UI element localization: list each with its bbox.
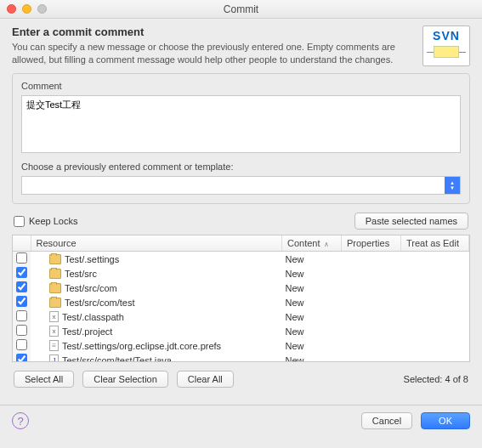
folder-icon: [49, 269, 61, 279]
keep-locks-label: Keep Locks: [29, 216, 77, 226]
table-row[interactable]: Test/.classpathNew: [13, 309, 469, 324]
template-combo[interactable]: ▲▼: [21, 176, 461, 195]
folder-icon: [49, 298, 61, 308]
row-checkbox[interactable]: [16, 354, 27, 362]
row-checkbox[interactable]: [16, 252, 27, 264]
comment-label: Comment: [21, 81, 461, 91]
resource-name: Test/.project: [62, 326, 112, 337]
row-checkbox[interactable]: [16, 339, 27, 350]
row-checkbox[interactable]: [16, 267, 27, 278]
file-x-icon: [49, 311, 59, 322]
table-row[interactable]: Test/src/comNew: [13, 281, 469, 295]
selected-status: Selected: 4 of 8: [404, 374, 468, 384]
dropdown-icon[interactable]: ▲▼: [445, 177, 460, 194]
file-j-icon: [49, 354, 59, 362]
content-cell: New: [282, 252, 342, 267]
table-row[interactable]: Test/src/com/testNew: [13, 295, 469, 309]
table-row[interactable]: Test/.settingsNew: [13, 252, 469, 267]
page-description: You can specify a new message or choose …: [12, 41, 412, 66]
content-cell: New: [282, 324, 342, 338]
col-treat[interactable]: Treat as Edit: [401, 235, 469, 252]
content-cell: New: [282, 309, 342, 324]
choose-label: Choose a previously entered comment or t…: [21, 162, 461, 172]
svn-logo-text: SVN: [433, 29, 460, 43]
file-t-icon: [49, 340, 59, 351]
row-checkbox[interactable]: [16, 281, 27, 292]
keep-locks-input[interactable]: [14, 216, 25, 227]
resource-name: Test/.settings/org.eclipse.jdt.core.pref…: [62, 341, 221, 351]
folder-icon: [49, 254, 61, 264]
ok-button[interactable]: OK: [421, 412, 470, 429]
keep-locks-checkbox[interactable]: Keep Locks: [14, 216, 77, 227]
help-icon[interactable]: ?: [12, 412, 29, 429]
resource-name: Test/src/com/test/Test.java: [62, 355, 172, 363]
resource-name: Test/src: [65, 269, 97, 279]
resource-name: Test/src/com/test: [65, 298, 135, 308]
paste-names-button[interactable]: Paste selected names: [354, 213, 468, 230]
folder-icon: [49, 283, 61, 293]
template-input[interactable]: [22, 177, 445, 194]
window-title: Commit: [0, 3, 482, 15]
content-cell: New: [282, 338, 342, 353]
row-checkbox[interactable]: [16, 325, 27, 336]
table-row[interactable]: Test/src/com/test/Test.javaNew: [13, 353, 469, 362]
content-cell: New: [282, 266, 342, 281]
content-cell: New: [282, 281, 342, 295]
file-x-icon: [49, 326, 59, 337]
table-row[interactable]: Test/.projectNew: [13, 324, 469, 338]
clear-selection-button[interactable]: Clear Selection: [82, 371, 168, 388]
col-properties[interactable]: Properties: [342, 235, 401, 252]
col-content[interactable]: Content: [282, 235, 342, 252]
table-row[interactable]: Test/srcNew: [13, 266, 469, 281]
titlebar: Commit: [0, 0, 482, 19]
page-title: Enter a commit comment: [12, 26, 412, 38]
clear-all-button[interactable]: Clear All: [177, 371, 234, 388]
table-row[interactable]: Test/.settings/org.eclipse.jdt.core.pref…: [13, 338, 469, 353]
comment-textarea[interactable]: [21, 95, 461, 153]
resource-table: Resource Content Properties Treat as Edi…: [13, 235, 469, 362]
resource-name: Test/.settings: [65, 254, 119, 264]
row-checkbox[interactable]: [16, 310, 27, 321]
svn-logo: SVN: [422, 26, 470, 66]
resource-name: Test/.classpath: [62, 312, 124, 322]
col-resource[interactable]: Resource: [31, 235, 282, 252]
content-cell: New: [282, 295, 342, 309]
select-all-button[interactable]: Select All: [14, 371, 74, 388]
repo-icon: [434, 46, 459, 58]
comment-group: Comment Choose a previously entered comm…: [12, 73, 470, 204]
resource-name: Test/src/com: [65, 283, 117, 293]
row-checkbox[interactable]: [16, 296, 27, 307]
content-cell: New: [282, 353, 342, 362]
cancel-button[interactable]: Cancel: [361, 412, 412, 429]
resource-table-wrap: Resource Content Properties Treat as Edi…: [12, 235, 470, 362]
